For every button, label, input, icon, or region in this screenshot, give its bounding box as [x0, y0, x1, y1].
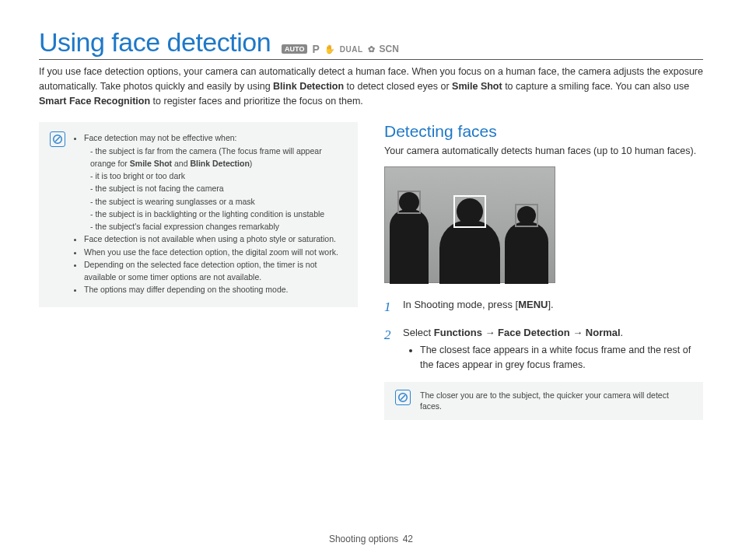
note-bullet: When you use the face detection option, …: [84, 246, 345, 258]
svg-line-1: [55, 137, 60, 142]
tip-text: The closer you are to the subject, the q…: [420, 390, 692, 412]
note-sub: it is too bright or too dark: [90, 170, 345, 182]
note-icon: [50, 131, 65, 147]
left-column: Face detection may not be effective when…: [39, 122, 358, 420]
mode-dual-icon: DUAL: [340, 45, 363, 54]
right-column: Detecting faces Your camera automaticall…: [384, 122, 703, 420]
columns: Face detection may not be effective when…: [39, 122, 703, 420]
note-bullet: Depending on the selected face detection…: [84, 258, 345, 284]
step-number: 1: [384, 297, 395, 317]
section-heading: Detecting faces: [384, 122, 703, 141]
page-title: Using face detection: [39, 27, 271, 58]
note-icon: [395, 390, 411, 405]
step-1: 1 In Shooting mode, press [MENU].: [384, 297, 703, 317]
step-2: 2 Select Functions → Face Detection → No…: [384, 325, 703, 373]
note-sub: the subject is far from the camera (The …: [90, 145, 345, 170]
illustration: [384, 166, 555, 283]
intro-text: to capture a smiling face. You can also …: [502, 81, 689, 92]
section-desc: Your camera automatically detects human …: [384, 144, 703, 159]
note-box: Face detection may not be effective when…: [39, 122, 358, 306]
gear-icon: ✿: [368, 44, 375, 54]
note-sub: the subject's facial expression changes …: [90, 220, 345, 233]
mode-scn-icon: SCN: [380, 44, 399, 54]
steps: 1 In Shooting mode, press [MENU]. 2 Sele…: [384, 297, 703, 373]
step-body: In Shooting mode, press [MENU].: [403, 297, 703, 317]
note-sub: the subject is not facing the camera: [90, 182, 345, 194]
intro-bold-smile: Smile Shot: [452, 81, 502, 92]
footer: Shooting options 42: [0, 534, 742, 544]
title-row: Using face detection AUTO P ✋ DUAL ✿ SCN: [39, 27, 703, 60]
mode-icons: AUTO P ✋ DUAL ✿ SCN: [282, 43, 399, 55]
step-bullet: The closest face appears in a white focu…: [420, 343, 703, 373]
svg-line-3: [401, 395, 405, 400]
note-sub: the subject is in backlighting or the li…: [90, 208, 345, 220]
footer-section: Shooting options: [329, 534, 398, 544]
note-sub: the subject is wearing sunglasses or a m…: [90, 195, 345, 208]
intro-paragraph: If you use face detection options, your …: [39, 65, 703, 108]
intro-bold-blink: Blink Detection: [273, 81, 344, 92]
intro-text: to register faces and prioritize the foc…: [150, 96, 363, 107]
note-lead: Face detection may not be effective when…: [84, 133, 237, 142]
note-bullet: Face detection is not available when usi…: [84, 233, 345, 245]
intro-bold-smart: Smart Face Recognition: [39, 96, 150, 107]
mode-p-icon: P: [312, 43, 319, 55]
hand-icon: ✋: [324, 44, 335, 54]
mode-auto-icon: AUTO: [282, 44, 307, 54]
tip-box: The closer you are to the subject, the q…: [384, 382, 703, 420]
step-number: 2: [384, 325, 395, 373]
step-body: Select Functions → Face Detection → Norm…: [403, 325, 703, 373]
page-number: 42: [403, 534, 413, 544]
intro-text: to detect closed eyes or: [344, 81, 452, 92]
note-bullet: The options may differ depending on the …: [84, 283, 345, 296]
note-content: Face detection may not be effective when…: [73, 131, 345, 296]
